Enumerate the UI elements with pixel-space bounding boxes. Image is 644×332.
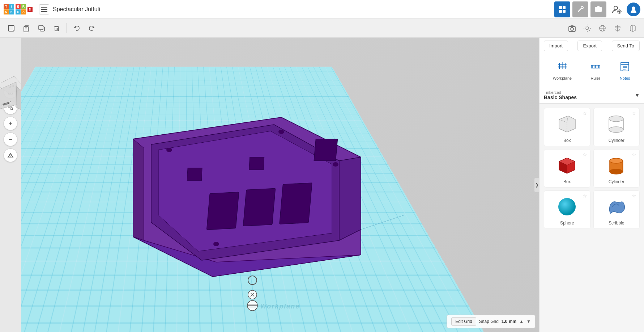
shape-item-cyl-solid[interactable]: ☆ Cylinder <box>593 149 640 188</box>
svg-point-4 <box>581 7 583 9</box>
toolbar-separator <box>67 23 67 33</box>
dropdown-arrow-icon: ▼ <box>635 92 640 98</box>
shape-item-box-solid[interactable]: ☆ Box <box>544 149 590 188</box>
shape-label-box-wire: Box <box>563 138 571 143</box>
svg-point-24 <box>586 27 589 30</box>
ruler-tool[interactable]: Ruler <box>586 59 605 83</box>
shape-star-box-wire[interactable]: ☆ <box>583 110 587 116</box>
svg-rect-22 <box>569 26 575 31</box>
zoom-out-button[interactable]: − <box>4 133 17 146</box>
logo-a: A <box>21 9 26 14</box>
svg-rect-81 <box>621 62 629 71</box>
logo-c: C <box>16 9 21 14</box>
shape-set-dropdown[interactable]: Tinkercad Basic Shapes ▼ <box>539 87 644 104</box>
svg-rect-19 <box>55 27 59 31</box>
perspective-button[interactable] <box>4 148 17 162</box>
workplane-grid <box>21 67 527 332</box>
shape-item-box-wire[interactable]: ☆ Box <box>544 108 590 146</box>
logo-d: D <box>27 7 33 12</box>
workplane-icon <box>556 61 568 75</box>
flip-button[interactable] <box>626 21 640 35</box>
svg-point-43 <box>9 154 12 156</box>
tools-button[interactable] <box>572 1 588 17</box>
logo-i: I <box>9 4 14 9</box>
shape-icon-sphere <box>554 194 580 219</box>
menu-button[interactable] <box>39 4 49 14</box>
topbar-right-actions <box>554 1 640 17</box>
shape-set-value: Basic Shapes <box>544 94 577 100</box>
right-tools: Workplane Ruler <box>539 54 644 87</box>
toolbar <box>0 19 644 38</box>
svg-point-23 <box>571 28 573 30</box>
svg-rect-5 <box>595 7 602 12</box>
workplane-label-text: Workplane <box>553 76 572 80</box>
shape-star-sphere[interactable]: ☆ <box>583 193 587 199</box>
light-button[interactable] <box>580 21 594 35</box>
shape-icon-scribble <box>604 194 629 219</box>
snap-up-arrow[interactable]: ▲ <box>519 319 524 324</box>
notes-tool[interactable]: Notes <box>615 59 634 83</box>
shape-label-scribble: Scribble <box>609 220 624 226</box>
zoom-in-button[interactable]: + <box>4 117 17 130</box>
main-area: TOP FRONT + <box>0 38 644 332</box>
user-avatar[interactable] <box>627 3 640 16</box>
shape-icon-cyl-wire <box>604 111 629 136</box>
collapse-panel-button[interactable]: ❯ <box>534 178 539 192</box>
shape-star-scribble[interactable]: ☆ <box>632 193 636 199</box>
logo-t: T <box>4 4 9 9</box>
cube-front-label: FRONT <box>1 101 10 107</box>
clipboard-button[interactable] <box>20 21 33 35</box>
shape-star-cyl-solid[interactable]: ☆ <box>632 152 636 157</box>
shape-icon-cyl-solid <box>604 152 629 178</box>
shape-item-cyl-wire[interactable]: ☆ Cylinder <box>593 108 640 146</box>
shape-item-scribble[interactable]: ☆ Scribble <box>593 190 640 229</box>
left-panel: TOP FRONT + <box>0 38 21 332</box>
import-button[interactable]: Import <box>544 41 568 51</box>
svg-rect-0 <box>559 6 562 9</box>
svg-point-97 <box>610 158 623 163</box>
logo-k: K <box>9 9 14 14</box>
tinkercad-logo: T I N K E R C A D <box>4 4 33 14</box>
canvas-area[interactable]: Workplane Edit Grid Snap Grid 1.0 mm ▲ ▼ <box>21 38 539 332</box>
ruler-icon <box>590 61 601 75</box>
snap-grid-label: Snap Grid <box>479 319 499 324</box>
shape-star-cyl-wire[interactable]: ☆ <box>632 110 636 116</box>
svg-point-92 <box>609 127 623 133</box>
edit-grid-button[interactable]: Edit Grid <box>451 317 476 326</box>
shapes-grid: ☆ Box ☆ <box>539 104 644 233</box>
topbar: T I N K E R C A D Spectacular Juttuli <box>0 0 644 19</box>
snap-down-arrow[interactable]: ▼ <box>526 319 531 324</box>
add-user-button[interactable] <box>609 1 624 17</box>
export-button[interactable]: Export <box>577 41 602 51</box>
shape-label-sphere: Sphere <box>560 220 574 226</box>
shape-category-label: Tinkercad <box>544 90 577 94</box>
workplane-tool[interactable]: Workplane <box>549 59 575 83</box>
svg-line-30 <box>589 30 589 30</box>
svg-rect-1 <box>563 6 566 9</box>
grid-view-button[interactable] <box>554 1 570 17</box>
svg-point-7 <box>614 6 618 10</box>
svg-rect-2 <box>559 10 562 13</box>
send-to-button[interactable]: Send To <box>612 41 640 51</box>
duplicate-button[interactable] <box>35 21 48 35</box>
shape-star-box-solid[interactable]: ☆ <box>583 152 587 157</box>
ruler-label-text: Ruler <box>591 76 600 80</box>
notes-label-text: Notes <box>620 76 630 80</box>
svg-rect-6 <box>597 6 600 8</box>
right-panel: ❯ Import Export Send To <box>539 38 644 332</box>
shapes-button[interactable] <box>596 21 609 35</box>
snap-grid-bar: Edit Grid Snap Grid 1.0 mm ▲ ▼ <box>447 315 536 328</box>
camera-button[interactable] <box>565 21 579 35</box>
projects-button[interactable] <box>590 1 606 17</box>
shape-label-cyl-solid: Cylinder <box>609 179 624 184</box>
delete-button[interactable] <box>50 21 64 35</box>
svg-point-101 <box>558 198 576 215</box>
shape-item-sphere[interactable]: ☆ Sphere <box>544 190 590 229</box>
align-button[interactable] <box>611 21 624 35</box>
redo-button[interactable] <box>85 21 99 35</box>
logo-r: R <box>21 4 26 9</box>
undo-button[interactable] <box>70 21 84 35</box>
svg-point-11 <box>632 7 635 10</box>
select-button[interactable] <box>4 21 18 35</box>
shape-label-box-solid: Box <box>563 179 571 184</box>
